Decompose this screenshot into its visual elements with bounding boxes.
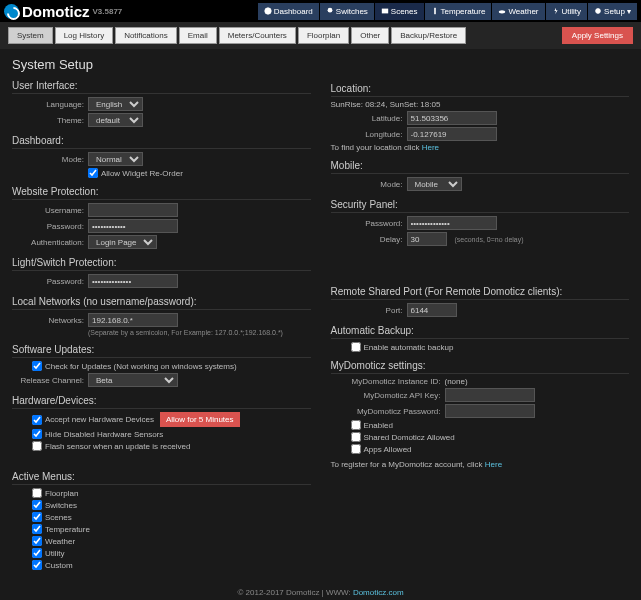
- allow-reorder-checkbox[interactable]: [88, 168, 98, 178]
- username-input[interactable]: [88, 203, 178, 217]
- check-updates-label: Check for Updates (Not working on window…: [45, 362, 237, 371]
- tab-floorplan[interactable]: Floorplan: [298, 27, 349, 44]
- hardware-devices-heading: Hardware/Devices:: [12, 395, 311, 409]
- active-menus-heading: Active Menus:: [12, 471, 311, 485]
- networks-label: Networks:: [12, 316, 84, 325]
- release-channel-label: Release Channel:: [12, 376, 84, 385]
- content: System Setup User Interface: Language:En…: [0, 49, 641, 580]
- port-label: Port:: [331, 306, 403, 315]
- nav-setup[interactable]: Setup ▾: [588, 3, 637, 20]
- menu-utility-label: Utility: [45, 549, 65, 558]
- flash-sensor-label: Flash sensor when an update is received: [45, 442, 190, 451]
- longitude-label: Longitude:: [331, 130, 403, 139]
- main-nav: Dashboard Switches Scenes Temperature We…: [257, 3, 637, 20]
- tab-backup-restore[interactable]: Backup/Restore: [391, 27, 466, 44]
- nav-switches[interactable]: Switches: [320, 3, 374, 20]
- security-password-input[interactable]: [407, 216, 497, 230]
- left-column: System Setup User Interface: Language:En…: [12, 57, 311, 572]
- find-location-text: To find your location click: [331, 143, 420, 152]
- release-channel-select[interactable]: Beta: [88, 373, 178, 387]
- footer-link[interactable]: Domoticz.com: [353, 588, 404, 597]
- accept-hardware-checkbox[interactable]: [32, 415, 42, 425]
- api-key-input[interactable]: [445, 388, 535, 402]
- light-password-label: Password:: [12, 277, 84, 286]
- menu-temperature-checkbox[interactable]: [32, 524, 42, 534]
- menu-custom-checkbox[interactable]: [32, 560, 42, 570]
- auth-select[interactable]: Login Page: [88, 235, 157, 249]
- language-select[interactable]: English: [88, 97, 143, 111]
- mobile-heading: Mobile:: [331, 160, 630, 174]
- mydomoticz-password-input[interactable]: [445, 404, 535, 418]
- menu-floorplan-label: Floorplan: [45, 489, 78, 498]
- dashboard-heading: Dashboard:: [12, 135, 311, 149]
- cloud-icon: [498, 7, 506, 15]
- hide-disabled-checkbox[interactable]: [32, 429, 42, 439]
- accept-hardware-label: Accept new Hardware Devices: [45, 415, 154, 424]
- mobile-mode-select[interactable]: Mobile: [407, 177, 462, 191]
- location-heading: Location:: [331, 83, 630, 97]
- nav-scenes[interactable]: Scenes: [375, 3, 424, 20]
- register-link[interactable]: Here: [485, 460, 502, 469]
- menu-weather-label: Weather: [45, 537, 75, 546]
- shared-allowed-checkbox[interactable]: [351, 432, 361, 442]
- utility-icon: [552, 7, 560, 15]
- light-password-input[interactable]: [88, 274, 178, 288]
- apps-allowed-checkbox[interactable]: [351, 444, 361, 454]
- menu-scenes-checkbox[interactable]: [32, 512, 42, 522]
- theme-label: Theme:: [12, 116, 84, 125]
- dashboard-mode-select[interactable]: Normal: [88, 152, 143, 166]
- sunrise-sunset: SunRise: 08:24, SunSet: 18:05: [331, 100, 630, 109]
- longitude-input[interactable]: [407, 127, 497, 141]
- find-location-link[interactable]: Here: [422, 143, 439, 152]
- security-delay-hint: (seconds, 0=no delay): [455, 236, 524, 243]
- svg-point-1: [327, 8, 332, 13]
- theme-select[interactable]: default: [88, 113, 143, 127]
- menu-custom-label: Custom: [45, 561, 73, 570]
- tab-meters-counters[interactable]: Meters/Counters: [219, 27, 296, 44]
- light-switch-heading: Light/Switch Protection:: [12, 257, 311, 271]
- svg-rect-2: [382, 9, 388, 14]
- password-input[interactable]: [88, 219, 178, 233]
- header: Domoticz V3.5877 Dashboard Switches Scen…: [0, 0, 641, 22]
- latitude-input[interactable]: [407, 111, 497, 125]
- logo-icon: [4, 4, 19, 19]
- check-updates-checkbox[interactable]: [32, 361, 42, 371]
- dashboard-mode-label: Mode:: [12, 155, 84, 164]
- svg-marker-5: [554, 8, 557, 14]
- enabled-label: Enabled: [364, 421, 393, 430]
- nav-temperature[interactable]: Temperature: [425, 3, 492, 20]
- menu-weather-checkbox[interactable]: [32, 536, 42, 546]
- menu-floorplan-checkbox[interactable]: [32, 488, 42, 498]
- menu-switches-checkbox[interactable]: [32, 500, 42, 510]
- enable-backup-checkbox[interactable]: [351, 342, 361, 352]
- copyright: © 2012-2017 Domoticz | WWW:: [237, 588, 350, 597]
- tab-log-history[interactable]: Log History: [55, 27, 113, 44]
- enable-backup-label: Enable automatic backup: [364, 343, 454, 352]
- nav-dashboard[interactable]: Dashboard: [258, 3, 319, 20]
- flash-sensor-checkbox[interactable]: [32, 441, 42, 451]
- mobile-mode-label: Mode:: [331, 180, 403, 189]
- allow-5-minutes-button[interactable]: Allow for 5 Minutes: [160, 412, 240, 427]
- menu-switches-label: Switches: [45, 501, 77, 510]
- language-label: Language:: [12, 100, 84, 109]
- bulb-icon: [326, 7, 334, 15]
- tabs-bar: System Log History Notifications Email M…: [0, 22, 641, 49]
- apply-settings-button[interactable]: Apply Settings: [562, 27, 633, 44]
- app-name: Domoticz: [22, 3, 90, 20]
- security-delay-input[interactable]: [407, 232, 447, 246]
- tab-other[interactable]: Other: [351, 27, 389, 44]
- tab-notifications[interactable]: Notifications: [115, 27, 177, 44]
- port-input[interactable]: [407, 303, 457, 317]
- local-networks-heading: Local Networks (no username/password):: [12, 296, 311, 310]
- tab-system[interactable]: System: [8, 27, 53, 44]
- scenes-icon: [381, 7, 389, 15]
- software-updates-heading: Software Updates:: [12, 344, 311, 358]
- networks-input[interactable]: [88, 313, 178, 327]
- nav-utility[interactable]: Utility: [546, 3, 588, 20]
- tab-email[interactable]: Email: [179, 27, 217, 44]
- password-label: Password:: [12, 222, 84, 231]
- menu-utility-checkbox[interactable]: [32, 548, 42, 558]
- enabled-checkbox[interactable]: [351, 420, 361, 430]
- api-key-label: MyDomoticz API Key:: [331, 391, 441, 400]
- nav-weather[interactable]: Weather: [492, 3, 544, 20]
